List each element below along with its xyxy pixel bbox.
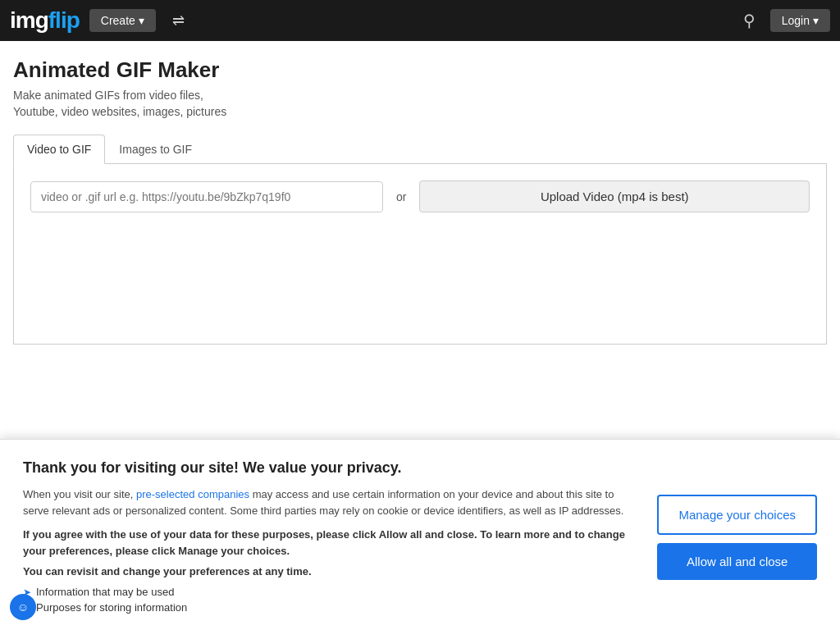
- upload-video-label: Upload Video: [541, 189, 614, 203]
- upload-video-button[interactable]: Upload Video (mp4 is best): [419, 180, 810, 212]
- subtitle-line2: Youtube, video websites, images, picture…: [13, 105, 226, 118]
- random-icon: ⇌: [172, 12, 185, 29]
- tab-video-to-gif[interactable]: Video to GIF: [13, 135, 105, 164]
- video-url-input[interactable]: [30, 181, 383, 212]
- search-button[interactable]: ⚲: [738, 6, 760, 35]
- create-button[interactable]: Create ▾: [89, 9, 156, 32]
- tab-content-area: or Upload Video (mp4 is best): [13, 164, 827, 345]
- login-button[interactable]: Login ▾: [770, 9, 830, 32]
- logo-text: imgflip: [10, 7, 80, 34]
- random-button[interactable]: ⇌: [166, 7, 191, 34]
- page-subtitle: Make animated GIFs from video files, You…: [13, 88, 827, 120]
- logo-img-part: img: [10, 7, 48, 33]
- search-icon: ⚲: [743, 11, 756, 30]
- login-label: Login: [782, 14, 810, 27]
- page-title: Animated GIF Maker: [13, 57, 827, 83]
- upload-video-note-text: (mp4 is best): [618, 189, 689, 203]
- create-chevron-icon: ▾: [139, 14, 144, 27]
- main-content: Animated GIF Maker Make animated GIFs fr…: [0, 41, 840, 345]
- tabs-container: Video to GIF Images to GIF: [13, 135, 827, 164]
- subtitle-line1: Make animated GIFs from video files,: [13, 89, 203, 102]
- create-label: Create: [101, 14, 135, 27]
- logo[interactable]: imgflip: [10, 7, 80, 34]
- tab-images-to-gif[interactable]: Images to GIF: [105, 135, 206, 163]
- logo-flip-part: flip: [48, 7, 80, 33]
- login-chevron-icon: ▾: [813, 14, 819, 27]
- navbar: imgflip Create ▾ ⇌ ⚲ Login ▾: [0, 0, 840, 41]
- or-separator: or: [396, 190, 406, 203]
- video-input-row: or Upload Video (mp4 is best): [30, 180, 810, 212]
